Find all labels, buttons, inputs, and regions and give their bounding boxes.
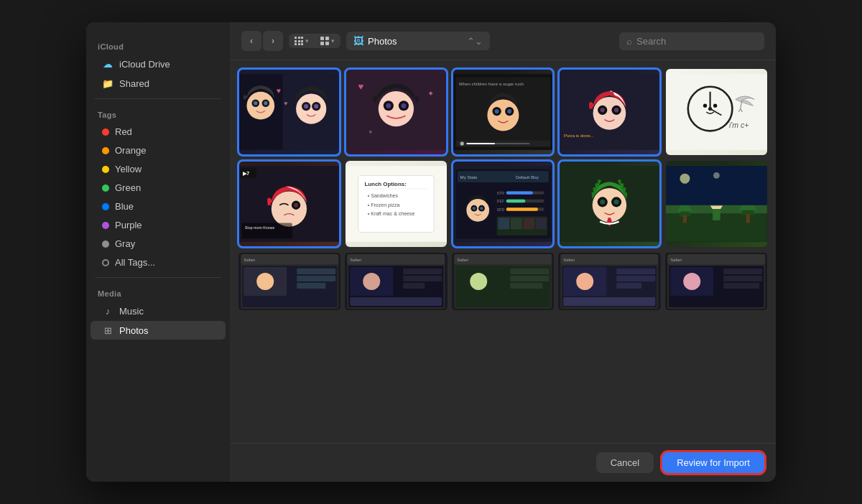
svg-rect-165 <box>723 283 759 289</box>
svg-rect-80 <box>506 191 532 194</box>
svg-rect-83 <box>506 200 524 202</box>
photo-thumb[interactable]: ♥ ✦ ✦ <box>346 69 447 155</box>
grid-2-icon <box>320 37 329 45</box>
cloud-icon: ☁ <box>102 58 113 70</box>
svg-point-32 <box>460 141 463 145</box>
photo-thumb[interactable]: Safari <box>345 253 447 310</box>
photo-thumb[interactable]: Lunch Options: • Sandwiches • Frozen piz… <box>346 161 447 247</box>
svg-text:Safari: Safari <box>563 258 575 262</box>
back-button[interactable]: ‹ <box>241 31 261 51</box>
svg-text:STR: STR <box>496 191 504 195</box>
photo-thumb[interactable]: My Stats Default Boy STR <box>453 161 554 247</box>
svg-point-36 <box>593 97 626 130</box>
svg-text:Stop mom Knows: Stop mom Knows <box>245 225 275 230</box>
yellow-dot <box>102 166 109 173</box>
svg-point-54 <box>272 191 307 226</box>
svg-point-12 <box>304 104 308 108</box>
photo-thumb[interactable]: Safari <box>665 253 767 310</box>
svg-rect-147 <box>560 254 658 264</box>
sidebar-item-red[interactable]: Red <box>91 123 226 141</box>
sidebar-item-purple[interactable]: Purple <box>91 216 226 234</box>
svg-rect-34 <box>466 143 495 144</box>
svg-text:♥: ♥ <box>358 81 363 92</box>
location-label: Photos <box>368 36 397 47</box>
photo-thumb[interactable]: Safari <box>558 253 660 310</box>
svg-point-48 <box>713 104 717 108</box>
grid-view-button[interactable]: ▾ <box>289 34 315 48</box>
svg-text:♥: ♥ <box>284 100 287 107</box>
blue-dot <box>102 203 109 210</box>
svg-point-15 <box>379 91 414 126</box>
photo-thumb[interactable]: Safari <box>452 253 554 310</box>
review-for-import-button[interactable]: Review for Import <box>662 452 764 473</box>
media-section-label: Media <box>86 284 230 301</box>
sidebar-item-gray[interactable]: Gray <box>91 235 226 253</box>
svg-text:When children have a sugar rus: When children have a sugar rush <box>458 81 524 86</box>
svg-text:Safari: Safari <box>457 258 468 262</box>
svg-point-76 <box>472 207 475 210</box>
svg-text:• Sandwiches: • Sandwiches <box>368 193 399 198</box>
large-grid-view-button[interactable]: ▾ <box>315 34 340 48</box>
photo-thumb[interactable] <box>559 161 660 247</box>
sidebar-item-label: All Tags... <box>115 257 155 268</box>
toolbar: ‹ › ▾ ▾ <box>230 22 776 60</box>
svg-rect-111 <box>666 166 767 205</box>
svg-point-112 <box>680 174 690 184</box>
sidebar-item-blue[interactable]: Blue <box>91 197 226 215</box>
photo-thumb[interactable]: Stop mom Knows ▶7 <box>238 161 340 247</box>
sidebar-item-all-tags[interactable]: All Tags... <box>91 253 226 271</box>
svg-point-39 <box>601 108 605 112</box>
music-icon: ♪ <box>102 305 113 317</box>
svg-rect-137 <box>454 254 552 264</box>
sidebar-item-music[interactable]: ♪ Music <box>91 302 226 320</box>
svg-point-141 <box>470 273 487 290</box>
grid-3-icon <box>295 37 303 45</box>
search-box: ⌕ <box>619 32 764 50</box>
svg-point-93 <box>593 188 627 223</box>
sidebar-item-orange[interactable]: Orange <box>91 141 226 159</box>
sidebar-item-shared[interactable]: 📁 Shared <box>91 74 226 93</box>
svg-rect-126 <box>348 254 445 264</box>
svg-rect-164 <box>723 276 762 281</box>
shared-icon: 📁 <box>102 78 113 89</box>
svg-point-29 <box>494 109 499 113</box>
svg-rect-106 <box>746 214 750 223</box>
search-input[interactable] <box>636 36 757 47</box>
sidebar-item-green[interactable]: Green <box>91 179 226 197</box>
location-picker[interactable]: 🖼 Photos ⌃⌄ <box>346 32 490 50</box>
svg-point-9 <box>296 93 326 123</box>
svg-point-73 <box>466 199 489 222</box>
photo-thumb[interactable]: Safari <box>238 253 340 310</box>
svg-point-120 <box>256 273 274 290</box>
green-dot <box>102 185 109 192</box>
svg-rect-116 <box>241 254 338 264</box>
chevron-down-icon: ▾ <box>305 37 309 45</box>
photo-thumb[interactable] <box>666 161 767 247</box>
svg-rect-132 <box>404 276 442 281</box>
red-dot <box>102 129 109 136</box>
sidebar-item-yellow[interactable]: Yellow <box>91 160 226 178</box>
svg-rect-90 <box>523 218 534 229</box>
svg-point-5 <box>254 101 257 105</box>
photo-thumb[interactable]: i'm c+ <box>666 69 767 155</box>
footer: Cancel Review for Import <box>230 443 776 482</box>
svg-text:• Kraft mac & cheese: • Kraft mac & cheese <box>368 211 415 216</box>
photo-thumb[interactable]: Pizza is done... <box>559 69 660 155</box>
divider-1 <box>95 98 221 99</box>
photo-thumb[interactable]: When children have a sugar rush <box>453 69 554 155</box>
svg-rect-153 <box>616 276 655 281</box>
svg-point-47 <box>703 104 707 108</box>
photo-thumb[interactable]: ♥ ♥ <box>238 69 340 155</box>
sidebar-item-label: Blue <box>115 201 134 212</box>
svg-point-30 <box>507 109 511 113</box>
svg-rect-158 <box>667 254 765 264</box>
sidebar: iCloud ☁ iCloud Drive 📁 Shared Tags Red … <box>86 22 230 482</box>
cancel-button[interactable]: Cancel <box>596 452 654 473</box>
sidebar-item-label: Red <box>115 126 132 137</box>
sidebar-item-label: Orange <box>115 145 146 156</box>
sidebar-item-icloud-drive[interactable]: ☁ iCloud Drive <box>91 55 226 73</box>
main-panel: ‹ › ▾ ▾ <box>230 22 776 482</box>
sidebar-item-photos[interactable]: ⊞ Photos <box>91 321 226 340</box>
svg-point-151 <box>576 273 593 290</box>
forward-button[interactable]: › <box>263 31 283 51</box>
